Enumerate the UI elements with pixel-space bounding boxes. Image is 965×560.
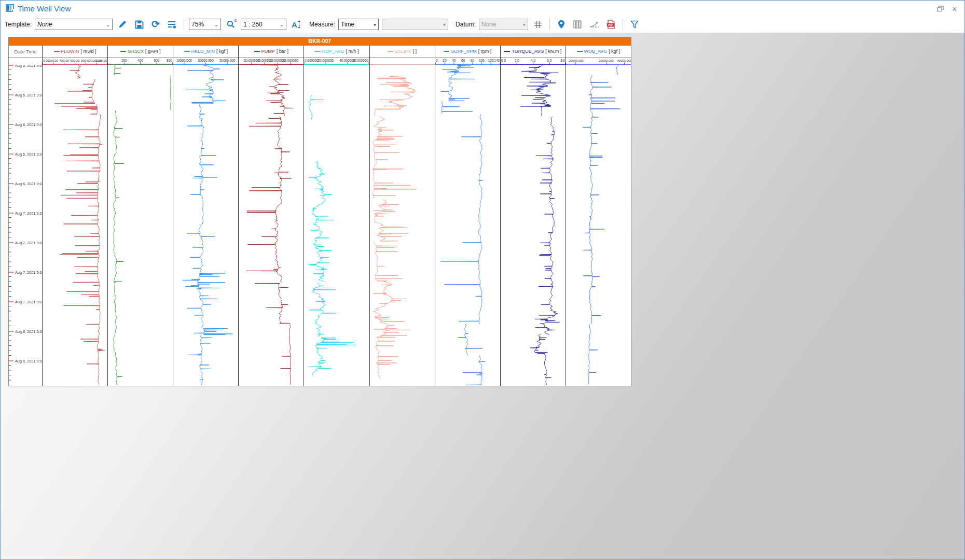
svg-text:8.0: 8.0 bbox=[560, 59, 565, 62]
svg-text:0.0: 0.0 bbox=[501, 59, 506, 62]
trajectory-button[interactable] bbox=[588, 18, 601, 31]
datum-combo[interactable]: None▾ bbox=[479, 19, 528, 30]
curve-legend-line bbox=[444, 51, 449, 52]
svg-text:0.000000: 0.000000 bbox=[305, 59, 319, 62]
track-hkld_min: HKLD_MIN[ kgf ]10000.00030000.00050000.0… bbox=[173, 46, 239, 386]
curve-legend-line bbox=[504, 51, 510, 52]
refresh-icon: ⟳ bbox=[151, 20, 160, 29]
grid-toggle-button[interactable] bbox=[531, 18, 545, 31]
location-pin-icon bbox=[558, 20, 565, 29]
grid-icon bbox=[534, 20, 542, 29]
svg-text:1200.00: 1200.00 bbox=[96, 59, 107, 62]
curve-name: WOB_AVG bbox=[584, 49, 608, 54]
well-view-panel: BKR-007 Date Time Aug 5, 2021 9:00 PAug … bbox=[8, 37, 631, 386]
svg-text:400.00: 400.00 bbox=[60, 59, 70, 62]
track-plot bbox=[173, 65, 238, 385]
pdf-icon: PDF bbox=[606, 20, 615, 29]
edit-template-button[interactable] bbox=[116, 18, 129, 31]
svg-text:140: 140 bbox=[494, 59, 500, 62]
svg-text:120: 120 bbox=[488, 59, 493, 62]
measure-secondary-combo[interactable]: ▾ bbox=[382, 19, 448, 30]
track-scale: 200400600800 bbox=[108, 58, 173, 65]
track-scale: 10000.00030000.00050000.000 bbox=[173, 58, 238, 65]
track-gr1cx: GR1CX[ gAPI ]200400600800 bbox=[108, 46, 173, 386]
curve-unit: [ ] bbox=[413, 49, 417, 54]
svg-text:200: 200 bbox=[121, 59, 127, 62]
svg-text:6.0: 6.0 bbox=[547, 59, 552, 62]
zoom-combo[interactable]: 75%⌄ bbox=[189, 19, 221, 30]
track-plot bbox=[239, 65, 304, 385]
svg-text:2.0: 2.0 bbox=[515, 59, 519, 62]
curve-unit: [ kgf ] bbox=[609, 49, 620, 54]
close-button[interactable]: ✕ bbox=[950, 4, 959, 13]
export-pdf-button[interactable]: PDF bbox=[604, 18, 618, 31]
page-title: Time Well View bbox=[18, 4, 71, 13]
curve-name: FLOWIN bbox=[61, 49, 79, 54]
track-surf_rpm: SURF_RPM[ rpm ]020406080100120140 bbox=[435, 46, 501, 386]
float-window-button[interactable] bbox=[935, 4, 945, 13]
svg-text:80.000000: 80.000000 bbox=[283, 59, 299, 62]
svg-text:800: 800 bbox=[167, 59, 172, 62]
svg-text:Aug 6, 2021 9:00 A: Aug 6, 2021 9:00 A bbox=[15, 122, 42, 127]
track-header: TORQUE_AVG[ kN.m ] bbox=[501, 46, 566, 58]
svg-text:Aug 6, 2021 3:00 P: Aug 6, 2021 3:00 P bbox=[15, 152, 42, 157]
save-icon bbox=[135, 20, 144, 29]
curve-legend-line bbox=[577, 51, 583, 52]
svg-text:Aug 8, 2021 3:00 A: Aug 8, 2021 3:00 A bbox=[15, 329, 42, 334]
curve-legend-line bbox=[184, 51, 190, 52]
filter-button[interactable] bbox=[628, 18, 641, 31]
svg-text:Aug 7, 2021 9:00 A: Aug 7, 2021 9:00 A bbox=[15, 241, 42, 245]
tracks-layout-button[interactable] bbox=[571, 18, 585, 31]
curve-unit: [ m3/d ] bbox=[81, 49, 96, 54]
well-name-banner: BKR-007 bbox=[9, 37, 631, 46]
curve-unit: [ kgf ] bbox=[216, 49, 228, 54]
svg-text:200.00: 200.00 bbox=[49, 59, 59, 62]
datetime-scale-spacer bbox=[9, 58, 42, 65]
track-scale: 0.00200.00400.00600.00800.001000.001200.… bbox=[43, 58, 107, 65]
track-scale: 0.00000020.00000040.00000060.000000 bbox=[304, 58, 369, 65]
trajectory-icon bbox=[589, 20, 600, 29]
track-scale: -20000.00020000.00040000.000 bbox=[566, 58, 631, 65]
filter-funnel-icon bbox=[630, 20, 639, 29]
track-header: PUMP[ bar ] bbox=[239, 46, 304, 58]
track-header: FLOWIN[ m3/d ] bbox=[43, 46, 107, 58]
svg-text:Aug 6, 2021 9:00 P: Aug 6, 2021 9:00 P bbox=[15, 181, 42, 186]
work-area: BKR-007 Date Time Aug 5, 2021 9:00 PAug … bbox=[1, 33, 964, 559]
svg-text:Aug 7, 2021 3:00 A: Aug 7, 2021 3:00 A bbox=[15, 211, 42, 216]
svg-text:600: 600 bbox=[154, 59, 160, 62]
svg-text:10000.000: 10000.000 bbox=[176, 59, 192, 62]
font-scale-button[interactable]: A bbox=[290, 18, 303, 31]
svg-text:40: 40 bbox=[452, 59, 456, 62]
save-template-button[interactable] bbox=[132, 18, 146, 31]
svg-text:100: 100 bbox=[479, 59, 485, 62]
pencil-icon bbox=[118, 20, 127, 29]
tracks-container: FLOWIN[ m3/d ]0.00200.00400.00600.00800.… bbox=[43, 46, 631, 386]
title-bar: z Time Well View ✕ bbox=[1, 1, 964, 16]
log-body: Date Time Aug 5, 2021 9:00 PAug 6, 2021 … bbox=[9, 46, 631, 386]
toolbar-separator bbox=[184, 19, 184, 30]
measure-label: Measure: bbox=[309, 21, 335, 28]
scale-combo[interactable]: 1 : 250⌄ bbox=[241, 19, 286, 30]
svg-text:Aug 8, 2021 9:00 A: Aug 8, 2021 9:00 A bbox=[15, 359, 42, 363]
datum-label: Datum: bbox=[456, 21, 476, 28]
location-button[interactable] bbox=[555, 18, 568, 31]
track-plot bbox=[501, 65, 566, 385]
svg-text:Aug 6, 2021 3:00 A: Aug 6, 2021 3:00 A bbox=[15, 93, 42, 97]
track-wob_avg: WOB_AVG[ kgf ]-20000.00020000.00040000.0… bbox=[566, 46, 631, 386]
track-plot bbox=[43, 65, 107, 385]
time-well-view-window: { "window": { "title": "Time Well View" … bbox=[0, 0, 965, 560]
svg-text:z: z bbox=[11, 9, 13, 12]
svg-text:50000.000: 50000.000 bbox=[219, 59, 236, 62]
template-combo[interactable]: None⌄ bbox=[35, 19, 113, 30]
curve-name: ROP_AVG bbox=[322, 49, 344, 54]
track-torque_avg: TORQUE_AVG[ kN.m ]0.02.04.06.08.0 bbox=[501, 46, 566, 386]
curve-name: PUMP bbox=[261, 49, 275, 54]
track-sslipx: SSLIPX[ ] bbox=[370, 46, 435, 386]
svg-text:600.00: 600.00 bbox=[70, 59, 80, 62]
track-settings-button[interactable] bbox=[166, 18, 179, 31]
measure-combo[interactable]: Time▾ bbox=[338, 19, 379, 30]
font-scale-icon: A bbox=[292, 20, 297, 29]
zoom-reset-button[interactable]: c bbox=[224, 18, 238, 31]
svg-text:4.0: 4.0 bbox=[531, 59, 535, 62]
refresh-button[interactable]: ⟳ bbox=[149, 18, 162, 31]
